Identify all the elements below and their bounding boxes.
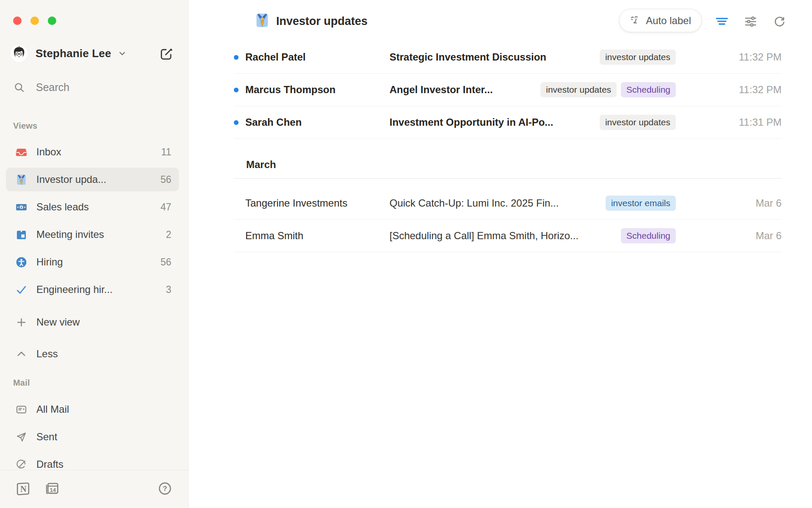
search-icon	[14, 82, 25, 93]
email-subject: Investment Opportunity in AI-Po...	[390, 116, 600, 128]
compose-button[interactable]	[158, 46, 175, 63]
views-section-label: Views	[13, 121, 37, 131]
label-pill[interactable]: investor updates	[600, 50, 676, 65]
person-circle-icon	[15, 256, 27, 268]
svg-text:?: ?	[163, 485, 167, 493]
sidebar-item-label: Sent	[36, 431, 171, 443]
unread-dot	[234, 88, 239, 92]
auto-label-button[interactable]: Auto label	[619, 9, 702, 32]
sidebar-item-inbox[interactable]: Inbox 11	[6, 140, 179, 164]
mail-list: All Mail Sent Drafts	[6, 398, 179, 480]
email-sender: Marcus Thompson	[245, 84, 390, 96]
view-header: Investor updates Auto label	[189, 0, 812, 41]
email-tags: investor updates	[600, 50, 676, 65]
sidebar-item-label: Engineering hir...	[36, 284, 161, 295]
help-icon[interactable]: ?	[157, 480, 173, 497]
sidebar-item-investor-updates[interactable]: Investor upda... 56	[6, 168, 179, 191]
sidebar-item-count: 56	[160, 174, 171, 185]
date-section-label: March	[246, 159, 276, 171]
compose-icon	[159, 47, 173, 61]
sidebar-item-label: Investor upda...	[36, 174, 155, 185]
avatar	[10, 44, 28, 62]
email-time: 11:32 PM	[676, 84, 782, 96]
email-subject: Strategic Investment Discussion	[390, 51, 600, 63]
less-button[interactable]: Less	[6, 342, 179, 366]
email-sender: Emma Smith	[245, 230, 390, 242]
label-pill[interactable]: Scheduling	[621, 228, 676, 243]
email-list: Rachel Patel Strategic Investment Discus…	[234, 41, 782, 252]
sidebar-item-meeting-invites[interactable]: Meeting invites 2	[6, 223, 179, 246]
pencil-circle-icon	[15, 458, 27, 470]
spacer	[234, 179, 782, 187]
views-list: Inbox 11 Investor upda... 56	[6, 140, 179, 370]
sidebar-item-count: 2	[166, 229, 171, 240]
sidebar-item-label: All Mail	[36, 403, 171, 415]
window-controls	[13, 17, 56, 25]
email-tags: Scheduling	[621, 228, 676, 243]
search-input[interactable]: Search	[10, 77, 178, 97]
sidebar-item-label: Inbox	[36, 146, 156, 158]
main-content: Investor updates Auto label	[189, 0, 812, 508]
svg-text:14: 14	[50, 487, 56, 493]
search-placeholder: Search	[36, 81, 69, 94]
email-time: Mar 6	[676, 197, 782, 209]
filter-icon[interactable]	[714, 14, 730, 30]
ai-face-icon	[628, 14, 641, 28]
sidebar-item-all-mail[interactable]: All Mail	[6, 398, 179, 421]
email-time: 11:32 PM	[676, 51, 782, 63]
label-pill[interactable]: investor updates	[600, 115, 676, 130]
account-switcher[interactable]: Stephanie Lee	[10, 42, 150, 64]
mail-section-label: Mail	[13, 378, 30, 388]
sidebar-item-hiring[interactable]: Hiring 56	[6, 250, 179, 274]
sidebar-item-engineering-hiring[interactable]: Engineering hir... 3	[6, 278, 179, 301]
sidebar-item-label: Meeting invites	[36, 229, 161, 240]
svg-text:N: N	[20, 484, 27, 494]
label-pill[interactable]: investor updates	[540, 82, 617, 97]
banknote-icon	[15, 201, 27, 213]
sidebar-item-count: 11	[161, 146, 171, 158]
email-row[interactable]: Rachel Patel Strategic Investment Discus…	[234, 41, 782, 74]
sidebar-item-count: 3	[166, 284, 171, 295]
refresh-icon[interactable]	[771, 14, 787, 30]
sidebar: Stephanie Lee Search Views Inbox	[0, 0, 189, 508]
email-row[interactable]: Sarah Chen Investment Opportunity in AI-…	[234, 106, 782, 139]
minimize-window-button[interactable]	[30, 17, 39, 25]
label-pill[interactable]: investor emails	[606, 196, 676, 211]
plus-icon	[15, 316, 27, 328]
email-row[interactable]: Emma Smith [Scheduling a Call] Emma Smit…	[234, 220, 782, 252]
email-row[interactable]: Marcus Thompson Angel Investor Inter... …	[234, 74, 782, 106]
inbox-tray-icon	[15, 146, 27, 158]
necktie-icon	[255, 13, 270, 30]
label-pill[interactable]: Scheduling	[621, 82, 676, 97]
email-tags: investor updates Scheduling	[540, 82, 676, 97]
sidebar-item-sent[interactable]: Sent	[6, 425, 179, 449]
mail-icon	[15, 403, 27, 415]
view-title: Investor updates	[255, 13, 368, 30]
notion-logo-icon[interactable]: N	[15, 480, 31, 497]
zoom-window-button[interactable]	[48, 17, 56, 25]
email-sender: Tangerine Investments	[245, 197, 390, 209]
necktie-icon	[15, 174, 27, 185]
sliders-icon[interactable]	[743, 14, 759, 30]
less-label: Less	[36, 348, 171, 360]
calendar-icon	[15, 229, 27, 240]
auto-label-text: Auto label	[646, 15, 691, 27]
sidebar-item-count: 47	[160, 202, 171, 213]
chevron-up-icon	[15, 348, 27, 360]
notion-calendar-icon[interactable]: 14	[44, 480, 60, 497]
email-row[interactable]: Tangerine Investments Quick Catch-Up: Lu…	[234, 187, 782, 220]
date-section-header: March	[234, 139, 782, 179]
checkmark-icon	[15, 284, 27, 295]
close-window-button[interactable]	[13, 17, 22, 25]
unread-dot	[234, 120, 239, 125]
new-view-button[interactable]: New view	[6, 310, 179, 334]
new-view-label: New view	[36, 316, 171, 328]
sidebar-footer: N 14 ?	[0, 470, 188, 508]
sidebar-item-count: 56	[160, 257, 171, 268]
sidebar-item-label: Sales leads	[36, 201, 155, 213]
sidebar-item-sales-leads[interactable]: Sales leads 47	[6, 195, 179, 219]
paper-plane-icon	[15, 431, 27, 443]
email-subject: Quick Catch-Up: Lumi Inc. 2025 Fin...	[390, 197, 606, 209]
sidebar-item-label: Drafts	[36, 458, 171, 470]
email-subject: Angel Investor Inter...	[390, 84, 540, 96]
